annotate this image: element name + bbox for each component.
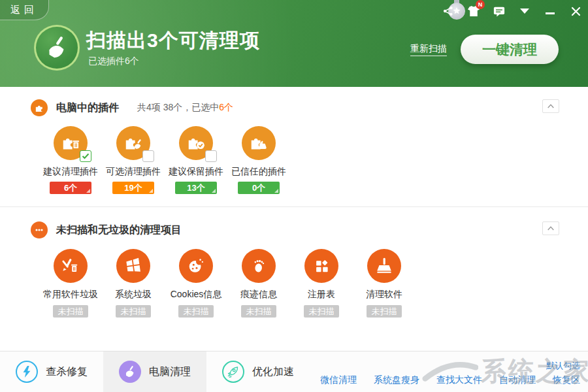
checkbox-suggest-clean[interactable] <box>80 150 91 162</box>
registry-icon <box>304 249 338 283</box>
status-badge: 未扫描 <box>304 305 339 318</box>
plugin-item-label: 建议保留插件 <box>169 166 223 178</box>
broom-icon <box>367 249 401 283</box>
scan-item-traces[interactable]: 痕迹信息 未扫描 <box>227 249 290 318</box>
plugins-stats: 共4项 38个，已选中6个 <box>137 102 233 114</box>
footprint-icon <box>242 249 276 283</box>
puzzle-icon <box>31 99 48 116</box>
checkbox-suggest-keep[interactable] <box>205 150 217 162</box>
unscanned-section-title: 未扫描和无垃圾的清理项目 <box>56 223 182 237</box>
status-badge: 未扫描 <box>367 305 402 318</box>
plugins-section-title: 电脑中的插件 <box>56 101 119 115</box>
footer-nav: 查杀修复 电脑清理 <box>0 351 588 392</box>
windows-icon <box>116 249 150 283</box>
count-badge[interactable]: 6个 <box>50 182 91 194</box>
scan-item-label: 清理软件 <box>366 289 402 301</box>
skin-new-badge: N <box>476 0 485 9</box>
scan-item-label: 常用软件垃圾 <box>43 289 98 301</box>
count-badge[interactable]: 19个 <box>112 182 154 194</box>
link-recovery-zone[interactable]: 恢复区 <box>553 374 580 386</box>
feedback-icon[interactable] <box>492 4 506 18</box>
back-button[interactable]: 返回 <box>0 0 49 20</box>
one-click-clean-button[interactable]: 一键清理 <box>461 35 559 64</box>
plugin-item-trusted[interactable]: 已信任的插件 0个 <box>227 126 290 194</box>
puzzle-thumb-icon <box>242 126 276 160</box>
count-badge[interactable]: 0个 <box>238 182 280 194</box>
rocket-icon <box>222 361 244 383</box>
cookie-icon <box>179 249 213 283</box>
tab-label: 电脑清理 <box>149 365 191 379</box>
rescan-link[interactable]: 重新扫描 <box>410 43 447 56</box>
scan-item-system-junk[interactable]: 系统垃圾 未扫描 <box>102 249 165 318</box>
lightning-icon <box>16 361 38 383</box>
app-window: 返回 扫描出3个可清理项 已选插件6个 重新扫描 一键清理 <box>0 0 588 392</box>
scan-item-registry[interactable]: 注册表 未扫描 <box>290 249 353 318</box>
plugin-item-suggest-clean[interactable]: 建议清理插件 6个 <box>39 126 102 194</box>
status-badge: 未扫描 <box>53 305 88 318</box>
scan-item-label: 痕迹信息 <box>240 289 277 301</box>
count-badge[interactable]: 13个 <box>175 182 217 194</box>
scan-item-label: 注册表 <box>308 289 335 301</box>
plugin-item-optional-clean[interactable]: 可选清理插件 19个 <box>102 126 165 194</box>
plugin-item-label: 已信任的插件 <box>231 166 286 178</box>
minimize-icon[interactable] <box>543 4 557 18</box>
plugin-item-suggest-keep[interactable]: 建议保留插件 13个 <box>165 126 227 194</box>
skin-icon[interactable]: N <box>466 4 481 18</box>
share-icon[interactable] <box>441 4 455 18</box>
scan-item-label: Cookies信息 <box>171 289 222 301</box>
tab-optimize[interactable]: 优化加速 <box>206 351 310 392</box>
software-junk-icon <box>54 249 88 283</box>
tab-label: 查杀修复 <box>46 365 88 379</box>
page-title: 扫描出3个可清理项 <box>86 27 260 54</box>
collapse-plugins-button[interactable] <box>542 99 559 113</box>
plugin-item-label: 可选清理插件 <box>106 166 161 178</box>
tab-pc-clean[interactable]: 电脑清理 <box>103 351 206 392</box>
clean-logo-icon <box>34 25 80 71</box>
scan-item-clean-software[interactable]: 清理软件 未扫描 <box>353 249 416 318</box>
brush-icon <box>119 361 141 383</box>
status-badge: 未扫描 <box>178 305 214 318</box>
unscanned-section: 未扫描和无垃圾的清理项目 <box>0 207 588 318</box>
collapse-unscanned-button[interactable] <box>542 221 559 235</box>
default-check-link[interactable]: 默认勾选 <box>546 360 580 372</box>
scan-item-software-junk[interactable]: 常用软件垃圾 未扫描 <box>39 249 102 318</box>
plugin-item-label: 建议清理插件 <box>43 166 98 178</box>
link-auto-clean[interactable]: 自动清理 <box>499 374 536 386</box>
close-icon[interactable] <box>568 4 583 18</box>
link-wechat-clean[interactable]: 微信清理 <box>320 374 357 386</box>
plugins-section: 电脑中的插件 共4项 38个，已选中6个 <box>0 87 588 207</box>
menu-icon[interactable] <box>517 4 532 18</box>
scan-item-label: 系统垃圾 <box>115 289 152 301</box>
status-badge: 未扫描 <box>116 305 151 318</box>
header: 返回 扫描出3个可清理项 已选插件6个 重新扫描 一键清理 <box>0 0 588 87</box>
selected-plugins-subtitle: 已选插件6个 <box>88 56 139 67</box>
main-content: 电脑中的插件 共4项 38个，已选中6个 <box>0 87 588 351</box>
link-system-disk-slim[interactable]: 系统盘瘦身 <box>374 374 419 386</box>
checkbox-optional-clean[interactable] <box>142 150 154 162</box>
tab-scan-repair[interactable]: 查杀修复 <box>0 351 103 392</box>
ellipsis-icon <box>31 221 48 238</box>
tab-label: 优化加速 <box>252 365 294 379</box>
link-find-large-files[interactable]: 查找大文件 <box>436 374 482 386</box>
status-badge: 未扫描 <box>241 305 276 318</box>
scan-item-cookies[interactable]: Cookies信息 未扫描 <box>165 249 227 318</box>
